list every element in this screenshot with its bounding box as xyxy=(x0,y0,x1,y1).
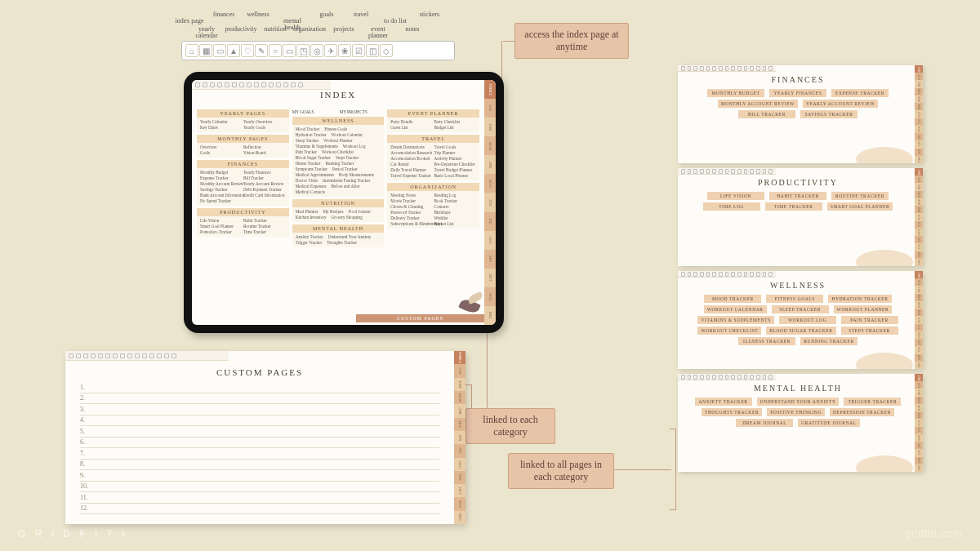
chip-link[interactable]: MOOD TRACKER xyxy=(704,295,761,303)
index-link[interactable]: Food Journal xyxy=(348,209,370,215)
section-header[interactable]: MENTAL HEALTH xyxy=(292,224,385,233)
index-link[interactable]: Credit Card Information xyxy=(243,193,282,198)
section-header[interactable]: MONTHLY PAGES xyxy=(197,135,289,143)
index-link[interactable]: Guest List xyxy=(390,125,429,131)
index-link[interactable]: Dream Destinations xyxy=(390,144,429,150)
section-header[interactable]: NUTRITION xyxy=(292,199,385,207)
index-link[interactable]: Chores & Cleaning xyxy=(390,204,429,210)
index-link[interactable]: Basic Local Phrases xyxy=(434,173,472,179)
chip-link[interactable]: MONTHLY ACCOUNT REVIEW xyxy=(718,100,798,108)
custom-line[interactable]: 11. xyxy=(80,492,439,504)
index-link[interactable]: Bank Account Information xyxy=(200,193,238,198)
index-link[interactable]: Kitchen Inventory xyxy=(296,215,327,220)
section-header[interactable]: MY PROJECTS xyxy=(340,109,385,114)
toolbar-index-page-icon[interactable]: ⌂ xyxy=(185,44,198,57)
chip-link[interactable]: POSITIVE THINKING xyxy=(767,408,825,416)
index-link[interactable]: Period Tracker xyxy=(332,167,358,172)
index-link[interactable]: Workout Checklist xyxy=(322,149,354,155)
index-link[interactable]: Routine Tracker xyxy=(243,224,282,229)
index-link[interactable]: Car Rental xyxy=(390,162,429,167)
index-link[interactable]: Yearly Calendar xyxy=(200,119,238,125)
tab-nov[interactable]: NOV xyxy=(484,287,496,306)
tab-aug[interactable]: AUG xyxy=(454,458,466,471)
index-link[interactable]: Workout Planner xyxy=(323,138,352,144)
tab-index[interactable]: INDEX xyxy=(484,80,496,99)
index-link[interactable]: Symptoms Tracker xyxy=(296,167,327,172)
toolbar-organization-icon[interactable]: ▭ xyxy=(283,44,296,57)
index-link[interactable]: Thoughts Tracker xyxy=(327,240,357,246)
toolbar-projects-icon[interactable]: ◎ xyxy=(310,44,323,57)
chip-link[interactable]: BILL TRACKER xyxy=(738,110,795,118)
index-link[interactable]: Yearly Finances xyxy=(243,170,282,176)
chip-link[interactable]: ROUTINE TRACKER xyxy=(831,192,889,200)
custom-line[interactable]: 9. xyxy=(80,470,439,482)
chip-link[interactable]: PAIN TRACKER xyxy=(841,316,898,324)
custom-line[interactable]: 4. xyxy=(80,415,439,427)
index-link[interactable]: Mood Tracker xyxy=(296,127,320,132)
custom-line[interactable]: 6. xyxy=(80,438,439,449)
index-link[interactable]: Meal Planner xyxy=(296,209,318,215)
index-link[interactable]: Travel Goals xyxy=(434,144,472,150)
index-link[interactable]: Accomodation Research xyxy=(390,150,429,156)
index-link[interactable]: Travel Budget Planner xyxy=(434,167,472,173)
index-link[interactable]: Trigger Tracker xyxy=(296,240,323,246)
section-header[interactable]: PRODUCTIVITY xyxy=(197,208,289,216)
index-link[interactable]: Yearly Overview xyxy=(243,119,282,125)
index-link[interactable]: Intermittent Fasting Tracker xyxy=(323,178,370,184)
toolbar-event-planner-icon[interactable]: ❀ xyxy=(338,44,351,57)
tab-mar[interactable]: MAR xyxy=(454,391,466,404)
tab-index[interactable]: INDEX xyxy=(454,351,466,364)
index-link[interactable]: Understand Your Anxiety xyxy=(328,234,372,240)
tab-may[interactable]: MAY xyxy=(454,418,466,431)
chip-link[interactable]: YEARLY FINANCES xyxy=(769,89,826,97)
index-link[interactable]: Overview xyxy=(200,144,238,150)
numbered-lines[interactable]: 1.2.3.4.5.6.7.8.9.10.11.12. xyxy=(80,382,439,514)
index-link[interactable]: Steps Tracker xyxy=(336,155,359,161)
tab-jun[interactable]: JUN xyxy=(484,193,496,211)
index-link[interactable]: Savings Tracker xyxy=(200,187,238,193)
index-link[interactable]: Medical Appointments xyxy=(296,172,334,178)
index-link[interactable]: Yearly Account Review xyxy=(243,181,282,187)
index-link[interactable]: Trip Planner xyxy=(434,150,472,156)
chip-link[interactable]: SMART GOAL PLANNER xyxy=(827,202,893,211)
tab-oct[interactable]: OCT xyxy=(484,269,496,287)
index-link[interactable]: No Spend Tracker xyxy=(200,198,238,204)
chip-link[interactable]: GRATITUDE JOURNAL xyxy=(798,419,860,427)
month-tabs[interactable]: INDEXJANFEBMARAPRMAYJUNJULAUGSEPOCTNOVDE… xyxy=(454,351,466,524)
toolbar-notes-icon[interactable]: ◫ xyxy=(366,44,379,57)
toolbar-yearly-calendar-icon[interactable]: ▦ xyxy=(199,44,212,57)
tab-jun[interactable]: JUN xyxy=(454,431,466,444)
custom-line[interactable]: 8. xyxy=(80,460,439,471)
tab-aug[interactable]: AUG xyxy=(484,231,496,250)
tab-jan[interactable]: JAN xyxy=(484,99,496,118)
index-link[interactable]: Smart Goal Planner xyxy=(200,224,238,229)
custom-pages-button[interactable]: CUSTOM PAGES xyxy=(356,314,484,322)
index-link[interactable]: Subscriptions & Memberships xyxy=(390,221,429,227)
index-link[interactable]: My Recipes xyxy=(323,209,343,215)
index-link[interactable]: Contacts xyxy=(434,204,472,210)
index-link[interactable]: Accomodation Booked xyxy=(390,156,429,162)
chip-link[interactable]: VITAMINS & SUPPLEMENTS xyxy=(697,316,773,324)
toolbar-mental-health-icon[interactable]: ○ xyxy=(269,44,282,57)
chip-link[interactable]: WORKOUT PLANNER xyxy=(834,305,893,313)
index-link[interactable]: Body Measurements xyxy=(339,172,374,178)
section-header[interactable]: ORGANIZATION xyxy=(387,183,479,191)
chip-link[interactable]: STEPS TRACKER xyxy=(841,327,898,335)
chip-link[interactable]: THOUGHTS TRACKER xyxy=(702,408,762,416)
chip-link[interactable]: TIME LOG xyxy=(703,202,760,211)
chip-link[interactable]: EXPENSE TRACKER xyxy=(831,89,889,97)
index-link[interactable]: Before and After xyxy=(332,184,360,189)
chip-link[interactable]: WORKOUT LOG xyxy=(779,316,836,324)
chip-link[interactable]: RUNNING TRACKER xyxy=(800,337,858,345)
index-link[interactable]: Bill Tracker xyxy=(243,176,282,181)
index-link[interactable]: Workout Log xyxy=(343,144,366,149)
custom-line[interactable]: 5. xyxy=(80,426,439,438)
chip-link[interactable]: WORKOUT CHECKLIST xyxy=(697,327,761,335)
custom-line[interactable]: 3. xyxy=(80,404,439,415)
index-link[interactable]: Blood Sugar Tracker xyxy=(296,155,331,161)
index-link[interactable]: Workout Calendar xyxy=(332,132,363,138)
chip-link[interactable]: DEPRESSION TRACKER xyxy=(830,408,894,416)
index-link[interactable]: Expense Tracker xyxy=(200,176,238,181)
index-link[interactable]: Anxiety Tracker xyxy=(296,234,323,240)
section-header[interactable]: WELLNESS xyxy=(292,117,385,125)
